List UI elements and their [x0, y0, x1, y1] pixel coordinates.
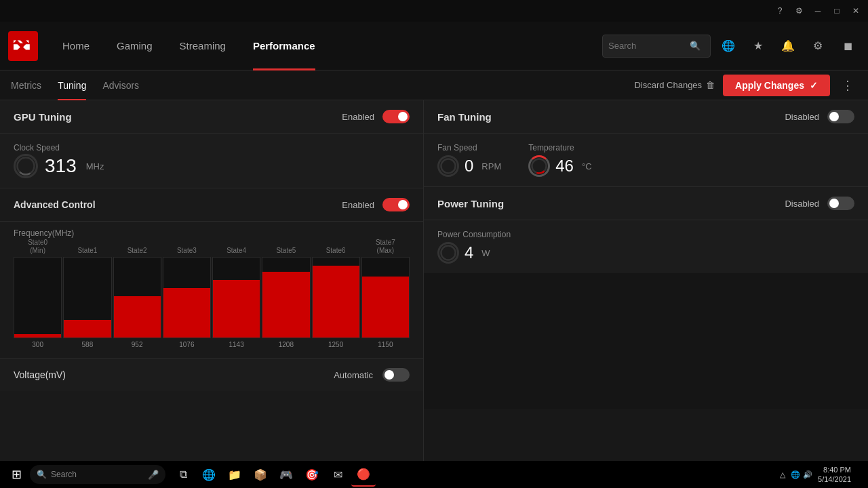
- tab-metrics[interactable]: Metrics: [11, 70, 41, 100]
- nav-links: Home Gaming Streaming Performance: [49, 22, 602, 70]
- fan-tuning-status-label: Disabled: [785, 112, 819, 122]
- nav-favorites-icon[interactable]: ★: [746, 34, 770, 58]
- apply-label: Apply Changes: [735, 80, 804, 91]
- taskbar-clock[interactable]: 8:40 PM 5/14/2021: [818, 465, 851, 485]
- taskbar-game-icon[interactable]: 🎮: [274, 462, 298, 487]
- more-options-button[interactable]: ⋮: [838, 76, 857, 95]
- nav-settings-icon[interactable]: ⚙: [806, 34, 830, 58]
- nav-gaming[interactable]: Gaming: [103, 22, 166, 70]
- state5-bar: [262, 272, 309, 338]
- voltage-toggle[interactable]: [382, 368, 410, 382]
- taskbar-search[interactable]: 🔍 Search 🎤: [30, 465, 165, 484]
- freq-bar-state3[interactable]: State3 1076: [163, 247, 211, 348]
- title-bar: ? ⚙ ─ □ ✕: [0, 0, 868, 22]
- state5-value: 1208: [279, 341, 294, 348]
- freq-bar-state7[interactable]: State7(Max) 1150: [361, 239, 410, 348]
- power-consumption-row: 4 W: [437, 242, 854, 264]
- power-tuning-status: Disabled: [785, 197, 854, 210]
- state4-container: [212, 257, 260, 338]
- advanced-control-toggle[interactable]: [382, 198, 410, 211]
- frequency-section: Frequency(MHz) State0(Min) 300 State1: [0, 222, 423, 358]
- clock-date: 5/14/2021: [818, 474, 851, 484]
- temperature-gauge: [528, 155, 550, 177]
- nav-streaming[interactable]: Streaming: [166, 22, 239, 70]
- temperature-metric: Temperature 46 °C: [528, 143, 591, 177]
- state1-bar: [64, 320, 111, 338]
- apply-changes-button[interactable]: Apply Changes ✓: [723, 75, 830, 96]
- nav-home[interactable]: Home: [49, 22, 103, 70]
- taskbar-explorer-icon[interactable]: 📁: [222, 462, 247, 487]
- right-panel: Fan Tuning Disabled Fan Speed: [424, 100, 868, 488]
- fan-speed-value: 0: [465, 157, 473, 176]
- clock-speed-label: Clock Speed: [14, 143, 410, 152]
- state4-value: 1143: [229, 341, 244, 348]
- fan-tuning-toggle[interactable]: [827, 110, 854, 123]
- tab-advisors[interactable]: Advisors: [102, 70, 139, 100]
- titlebar-close-button[interactable]: ✕: [849, 4, 863, 18]
- svg-point-0: [18, 158, 35, 175]
- gpu-tuning-header: GPU Tuning Enabled: [0, 100, 423, 134]
- taskbar-amd-icon[interactable]: 🔴: [351, 462, 376, 487]
- nav-user-icon[interactable]: ◼: [835, 34, 860, 58]
- network-icon[interactable]: 🌐: [791, 470, 800, 479]
- gpu-tuning-status: Enabled: [342, 110, 410, 123]
- taskbar-edge-icon[interactable]: 🌐: [197, 462, 221, 487]
- search-input[interactable]: [608, 41, 690, 51]
- freq-bar-state6[interactable]: State6 1250: [312, 247, 360, 348]
- state1-container: [63, 257, 111, 338]
- taskbar-mail-icon[interactable]: ✉: [326, 462, 350, 487]
- checkmark-icon: ✓: [810, 80, 818, 91]
- start-button[interactable]: ⊞: [5, 464, 27, 485]
- clock-speed-row: Clock Speed 313 MHz: [0, 134, 423, 188]
- search-box[interactable]: 🔍: [602, 35, 711, 58]
- voltage-right: Automatic: [334, 368, 410, 382]
- sys-tray-up-icon[interactable]: △: [780, 470, 785, 479]
- amd-logo-svg: [14, 37, 33, 56]
- freq-bar-state1[interactable]: State1 588: [63, 247, 111, 348]
- tab-tuning[interactable]: Tuning: [58, 70, 86, 100]
- temperature-row: 46 °C: [528, 155, 591, 177]
- frequency-chart[interactable]: State0(Min) 300 State1 588 State2: [14, 243, 410, 348]
- power-consumption-unit: W: [481, 248, 490, 258]
- taskbar-app5-icon[interactable]: 🎯: [300, 462, 324, 487]
- sys-tray-icons: 🌐 🔊: [791, 470, 812, 479]
- nav-performance[interactable]: Performance: [239, 22, 329, 70]
- titlebar-maximize-button[interactable]: □: [830, 4, 844, 18]
- sub-nav-tabs: Metrics Tuning Advisors: [11, 70, 139, 100]
- power-consumption-label: Power Consumption: [437, 230, 854, 239]
- power-tuning-toggle[interactable]: [827, 197, 854, 210]
- fan-speed-metric: Fan Speed 0 RPM: [437, 143, 501, 177]
- taskbar-search-label: Search: [51, 470, 77, 479]
- nav-notifications-icon[interactable]: 🔔: [776, 34, 800, 58]
- state7-bar: [362, 277, 409, 338]
- power-consumption-metric: Power Consumption 4 W: [437, 230, 854, 264]
- freq-bar-state4[interactable]: State4 1143: [212, 247, 260, 348]
- volume-icon[interactable]: 🔊: [803, 470, 812, 479]
- titlebar-minimize-button[interactable]: ─: [811, 4, 825, 18]
- taskbar-multitask-icon[interactable]: ⧉: [171, 462, 195, 487]
- taskbar-store-icon[interactable]: 📦: [248, 462, 273, 487]
- gpu-tuning-panel: GPU Tuning Enabled Clock Speed 313: [0, 100, 424, 488]
- titlebar-settings-icon[interactable]: ⚙: [792, 4, 806, 18]
- nav-global-icon[interactable]: 🌐: [716, 34, 741, 58]
- discard-changes-button[interactable]: Discard Changes 🗑: [634, 80, 715, 90]
- gpu-tuning-toggle[interactable]: [382, 110, 410, 123]
- state7-value: 1150: [378, 341, 393, 348]
- main-content: GPU Tuning Enabled Clock Speed 313: [0, 100, 868, 488]
- sub-nav-actions: Discard Changes 🗑 Apply Changes ✓ ⋮: [634, 75, 857, 96]
- fan-tuning-title: Fan Tuning: [437, 111, 492, 123]
- temperature-label: Temperature: [528, 143, 591, 152]
- discard-label: Discard Changes: [634, 80, 702, 90]
- titlebar-help-icon[interactable]: ?: [773, 4, 787, 18]
- state3-label: State3: [177, 247, 197, 255]
- clock-time: 8:40 PM: [818, 465, 851, 474]
- freq-bar-state2[interactable]: State2 952: [113, 247, 161, 348]
- state2-value: 952: [132, 341, 143, 348]
- state3-container: [163, 257, 211, 338]
- power-gauge-svg: [439, 242, 457, 264]
- freq-bar-state5[interactable]: State5 1208: [262, 247, 310, 348]
- advanced-control-status: Enabled: [342, 198, 410, 211]
- temperature-unit: °C: [582, 161, 592, 171]
- freq-bar-state0[interactable]: State0(Min) 300: [14, 239, 62, 348]
- voltage-title: Voltage(mV): [14, 369, 66, 380]
